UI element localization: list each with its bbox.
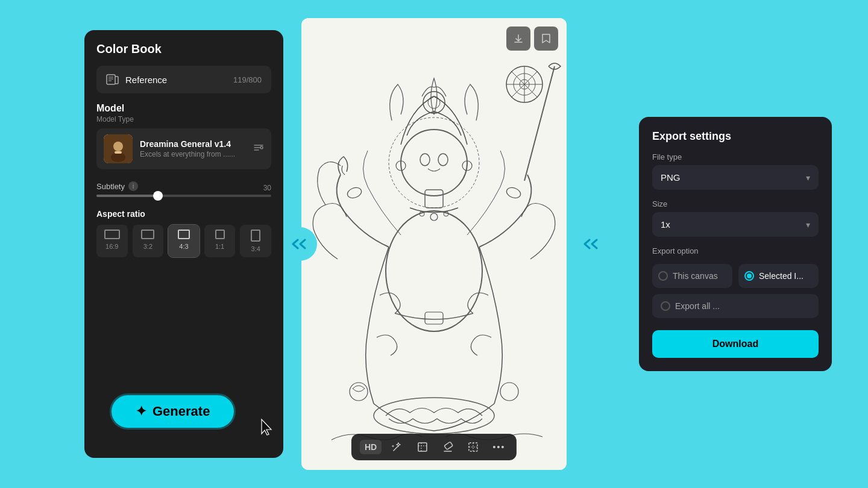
size-select[interactable]: 1x ▾ <box>652 212 819 237</box>
model-name: Dreamina General v1.4 <box>140 139 246 149</box>
slider-track <box>96 195 271 197</box>
file-type-value: PNG <box>661 172 681 183</box>
svg-rect-38 <box>418 443 427 451</box>
hd-button[interactable]: HD <box>360 440 382 454</box>
panel-title: Color Book <box>96 42 271 56</box>
model-desc: Excels at everything from ...... <box>140 150 242 158</box>
reference-row[interactable]: Reference 119/800 <box>96 66 271 93</box>
left-arrow-indicator <box>283 227 317 261</box>
selected-button[interactable]: Selected I... <box>738 264 819 288</box>
subtlety-label: Subtlety <box>96 182 125 191</box>
size-chevron: ▾ <box>806 220 810 230</box>
model-settings-icon[interactable] <box>253 142 264 155</box>
ar-option-4-3[interactable]: 4:3 <box>168 225 200 257</box>
svg-rect-7 <box>115 151 122 154</box>
ar-label-3-4: 3:4 <box>251 245 260 252</box>
model-section: Model Model Type Dreamina General v1.4 E… <box>96 103 271 169</box>
export-panel: Export settings File type PNG ▾ Size 1x … <box>639 117 832 371</box>
reference-count: 119/800 <box>233 75 262 84</box>
this-canvas-label: This canvas <box>673 271 718 281</box>
generate-button[interactable]: ✦ Generate <box>112 395 234 428</box>
canvas-toolbar: HD <box>351 434 517 460</box>
aspect-ratio-options: 16:9 3:2 4:3 <box>96 225 271 257</box>
more-icon <box>492 445 505 449</box>
export-all-button[interactable]: Export all ... <box>652 294 819 318</box>
size-section: Size 1x ▾ <box>652 199 819 237</box>
svg-point-8 <box>260 146 263 149</box>
ar-icon-4-3 <box>178 230 190 239</box>
crop-button[interactable] <box>413 439 432 455</box>
canvas-download-button[interactable] <box>506 27 530 51</box>
export-all-label: Export all ... <box>675 301 720 311</box>
export-title: Export settings <box>652 130 819 143</box>
file-type-chevron: ▾ <box>806 173 810 183</box>
svg-point-5 <box>113 142 123 151</box>
slider-value: 30 <box>263 184 271 192</box>
svg-point-46 <box>493 446 495 448</box>
more-button[interactable] <box>489 443 508 451</box>
this-canvas-button[interactable]: This canvas <box>652 264 732 288</box>
size-value: 1x <box>661 219 670 230</box>
slider-thumb[interactable] <box>153 191 163 201</box>
magic-wand-icon <box>391 441 403 453</box>
slider-fill <box>96 195 158 197</box>
magic-wand-button[interactable] <box>388 439 407 455</box>
selected-radio <box>744 271 754 281</box>
ar-option-3-2[interactable]: 3:2 <box>133 225 164 257</box>
svg-rect-9 <box>301 18 567 470</box>
svg-rect-43 <box>469 443 477 451</box>
ar-label-16-9: 16:9 <box>105 243 118 250</box>
aspect-ratio-label: Aspect ratio <box>96 209 271 219</box>
ar-label-3-2: 3:2 <box>143 243 153 250</box>
canvas-top-actions <box>506 27 558 51</box>
canvas-bookmark-button[interactable] <box>534 27 558 51</box>
file-type-section: File type PNG ▾ <box>652 152 819 190</box>
ar-option-16-9[interactable]: 16:9 <box>96 225 128 257</box>
generate-label: Generate <box>153 404 210 419</box>
selection-button[interactable] <box>464 439 483 455</box>
ar-icon-16-9 <box>104 230 120 239</box>
ar-option-3-4[interactable]: 3:4 <box>240 225 271 257</box>
bookmark-icon <box>541 33 551 44</box>
right-chevron-double <box>583 238 600 250</box>
model-card[interactable]: Dreamina General v1.4 Excels at everythi… <box>96 128 271 169</box>
right-arrow-indicator <box>575 227 609 261</box>
eraser-icon <box>442 441 454 453</box>
selection-icon <box>467 441 479 453</box>
reference-icon <box>106 73 119 86</box>
file-type-select[interactable]: PNG ▾ <box>652 165 819 190</box>
svg-rect-41 <box>444 442 453 449</box>
svg-point-48 <box>502 446 504 448</box>
subtlety-info-icon: i <box>128 181 138 191</box>
canvas-panel: HD <box>301 18 567 470</box>
model-subtitle: Model Type <box>96 115 271 124</box>
download-icon <box>513 33 524 44</box>
subtlety-section: Subtlety i 30 <box>96 179 271 197</box>
reference-label: Reference <box>125 75 167 85</box>
generate-star-icon: ✦ <box>136 404 146 419</box>
left-chevron-double <box>292 238 309 250</box>
left-panel: Color Book Reference 119/800 Model Model… <box>84 30 283 458</box>
model-thumbnail <box>104 134 133 163</box>
subtlety-slider[interactable]: 30 <box>96 195 271 197</box>
ar-option-1-1[interactable]: 1:1 <box>204 225 236 257</box>
export-all-radio <box>661 301 670 311</box>
svg-line-37 <box>394 446 398 451</box>
svg-point-6 <box>111 152 125 162</box>
ar-label-1-1: 1:1 <box>215 243 224 250</box>
svg-rect-0 <box>107 75 115 84</box>
size-label: Size <box>652 199 819 208</box>
ar-icon-3-4 <box>251 230 260 242</box>
model-title: Model <box>96 103 271 114</box>
eraser-button[interactable] <box>438 439 458 455</box>
cursor-arrow <box>259 418 276 443</box>
svg-point-47 <box>497 446 500 448</box>
export-option-section: Export option This canvas Selected I... … <box>652 246 819 318</box>
export-option-label: Export option <box>652 246 819 255</box>
ar-icon-3-2 <box>141 230 154 239</box>
selected-label: Selected I... <box>759 271 804 281</box>
export-option-row-1: This canvas Selected I... <box>652 264 819 288</box>
file-type-label: File type <box>652 152 819 161</box>
download-button[interactable]: Download <box>652 330 819 358</box>
model-info: Dreamina General v1.4 Excels at everythi… <box>140 139 246 158</box>
